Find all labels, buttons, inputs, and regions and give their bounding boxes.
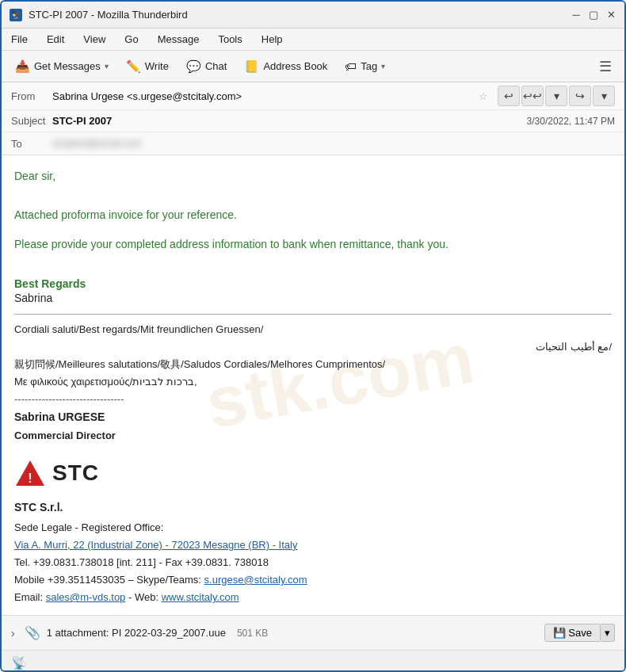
address-book-icon: 📒 bbox=[244, 59, 259, 74]
main-text-1: Attached proforma invoice for your refer… bbox=[14, 207, 612, 223]
tel-line: Tel. +39.0831.738018 [int. 211] - Fax +3… bbox=[14, 554, 612, 571]
menu-bar: File Edit View Go Message Tools Help bbox=[2, 29, 624, 51]
get-messages-dropdown-arrow[interactable]: ▾ bbox=[105, 62, 109, 71]
mobile-line: Mobile +39.3511453035 – Skype/Teams: s.u… bbox=[14, 571, 612, 589]
signature-block: Cordiali saluti/Best regards/Mit freundl… bbox=[14, 321, 612, 615]
save-dropdown-button[interactable]: ▾ bbox=[601, 624, 615, 642]
tag-button[interactable]: 🏷 Tag ▾ bbox=[338, 55, 392, 77]
get-messages-icon: 📥 bbox=[15, 59, 30, 74]
paperclip-icon: 📎 bbox=[25, 625, 40, 640]
greeting: Dear sir, bbox=[14, 170, 612, 182]
email-date: 3/30/2022, 11:47 PM bbox=[527, 116, 615, 127]
from-label: From bbox=[11, 90, 52, 102]
menu-file[interactable]: File bbox=[8, 32, 31, 47]
to-value: recipient@email.com bbox=[52, 138, 615, 149]
menu-view[interactable]: View bbox=[80, 32, 109, 47]
save-container: 💾 Save ▾ bbox=[544, 624, 615, 642]
title-bar-left: 🦅 STC-PI 2007 - Mozilla Thunderbird bbox=[10, 9, 188, 21]
tag-label: Tag bbox=[361, 60, 377, 72]
app-icon: 🦅 bbox=[10, 9, 22, 21]
menu-message[interactable]: Message bbox=[155, 32, 203, 47]
company-name: STC S.r.l. bbox=[14, 498, 612, 517]
tag-icon: 🏷 bbox=[345, 59, 357, 73]
get-messages-label: Get Messages bbox=[34, 60, 101, 72]
expand-icon[interactable]: › bbox=[11, 627, 15, 640]
reply-all-button[interactable]: ↩↩ bbox=[521, 86, 544, 106]
toolbar: 📥 Get Messages ▾ ✏️ Write 💬 Chat 📒 Addre… bbox=[2, 51, 624, 82]
sig-line1: Cordiali saluti/Best regards/Mit freundl… bbox=[14, 321, 612, 338]
connection-icon: 📡 bbox=[11, 655, 27, 670]
address-book-label: Address Book bbox=[263, 60, 327, 72]
window-controls[interactable]: ─ ▢ ✕ bbox=[571, 10, 616, 21]
attachment-bar: › 📎 1 attachment: PI 2022-03-29_2007.uue… bbox=[2, 615, 624, 650]
email-line: Email: sales@m-vds.top - Web: www.stcita… bbox=[14, 589, 612, 606]
from-row: From Sabrina Urgese <s.urgese@stcitaly.c… bbox=[2, 82, 624, 110]
maximize-button[interactable]: ▢ bbox=[588, 10, 599, 21]
chat-icon: 💬 bbox=[186, 59, 201, 74]
email-content: Dear sir, Attached proforma invoice for … bbox=[14, 170, 612, 615]
sede-label: Sede Legale - Registered Office: bbox=[14, 519, 612, 536]
sig-line3: 親切問候/Meilleures salutations/敬具/Saludos C… bbox=[14, 356, 612, 373]
save-button[interactable]: 💾 Save bbox=[544, 624, 601, 642]
chat-label: Chat bbox=[205, 60, 227, 72]
email-body: stk.com Dear sir, Attached proforma invo… bbox=[2, 155, 624, 615]
stc-name: STC bbox=[52, 454, 99, 492]
regards: Best Regards bbox=[14, 277, 612, 290]
sig-title: Commercial Director bbox=[14, 427, 612, 445]
hamburger-menu[interactable]: ☰ bbox=[593, 55, 618, 78]
stc-triangle-icon: ! bbox=[14, 459, 46, 487]
write-label: Write bbox=[145, 60, 169, 72]
skype-link[interactable]: s.urgese@stcitaly.com bbox=[204, 574, 307, 586]
status-bar: 📡 bbox=[2, 650, 624, 672]
email-header: From Sabrina Urgese <s.urgese@stcitaly.c… bbox=[2, 82, 624, 155]
menu-tools[interactable]: Tools bbox=[215, 32, 245, 47]
nav-buttons: ↩ ↩↩ ▾ ↪ ▾ bbox=[498, 86, 615, 106]
regards-name: Sabrina bbox=[14, 292, 612, 304]
reply-button[interactable]: ↩ bbox=[498, 86, 520, 106]
email-prefix: Email: bbox=[14, 591, 46, 603]
write-button[interactable]: ✏️ Write bbox=[119, 55, 176, 78]
attachment-size: 501 KB bbox=[237, 628, 268, 639]
close-button[interactable]: ✕ bbox=[605, 10, 616, 21]
window-title: STC-PI 2007 - Mozilla Thunderbird bbox=[29, 9, 188, 21]
nav-dropdown-button[interactable]: ▾ bbox=[545, 86, 567, 106]
attachment-name: 1 attachment: PI 2022-03-29_2007.uue bbox=[47, 627, 226, 639]
main-text-2: Please provide your completed address in… bbox=[14, 236, 612, 253]
sig-dashes: -------------------------------- bbox=[14, 391, 612, 408]
title-bar: 🦅 STC-PI 2007 - Mozilla Thunderbird ─ ▢ … bbox=[2, 2, 624, 29]
menu-edit[interactable]: Edit bbox=[44, 32, 67, 47]
mobile-text: Mobile +39.3511453035 – Skype/Teams: bbox=[14, 574, 204, 586]
subject-value: STC-PI 2007 bbox=[52, 115, 527, 127]
save-label: Save bbox=[568, 627, 592, 639]
web-label: - Web: bbox=[125, 591, 161, 603]
tag-dropdown-arrow[interactable]: ▾ bbox=[381, 62, 385, 71]
address-book-button[interactable]: 📒 Address Book bbox=[237, 55, 334, 78]
sig-name: Sabrina URGESE bbox=[14, 408, 612, 427]
menu-go[interactable]: Go bbox=[121, 32, 141, 47]
email-link[interactable]: sales@m-vds.top bbox=[46, 591, 126, 603]
sig-line2: /مع أطيب التحيات bbox=[14, 338, 612, 356]
save-dropdown-arrow: ▾ bbox=[605, 627, 610, 639]
subject-row: Subject STC-PI 2007 3/30/2022, 11:47 PM bbox=[2, 110, 624, 132]
stc-logo: ! STC bbox=[14, 454, 612, 492]
hamburger-icon: ☰ bbox=[599, 58, 612, 75]
to-row: To recipient@email.com bbox=[2, 132, 624, 155]
subject-label: Subject bbox=[11, 115, 52, 127]
to-label: To bbox=[11, 138, 52, 150]
more-button[interactable]: ▾ bbox=[593, 86, 615, 106]
address-link[interactable]: Via A. Murri, 22 (Industrial Zone) - 720… bbox=[14, 539, 297, 551]
menu-help[interactable]: Help bbox=[258, 32, 286, 47]
chat-button[interactable]: 💬 Chat bbox=[179, 55, 234, 78]
star-icon[interactable]: ☆ bbox=[479, 90, 488, 102]
get-messages-button[interactable]: 📥 Get Messages ▾ bbox=[8, 55, 116, 78]
divider bbox=[14, 314, 612, 315]
write-icon: ✏️ bbox=[126, 59, 141, 74]
from-value: Sabrina Urgese <s.urgese@stcitaly.com> bbox=[52, 90, 474, 102]
save-icon: 💾 bbox=[553, 627, 566, 639]
web-link[interactable]: www.stcitaly.com bbox=[162, 591, 239, 603]
sig-line4: Με φιλικούς χαιρετισμούς/ברכות לבביות, bbox=[14, 373, 612, 391]
minimize-button[interactable]: ─ bbox=[571, 10, 582, 21]
forward-button[interactable]: ↪ bbox=[569, 86, 591, 106]
svg-text:!: ! bbox=[28, 472, 32, 485]
